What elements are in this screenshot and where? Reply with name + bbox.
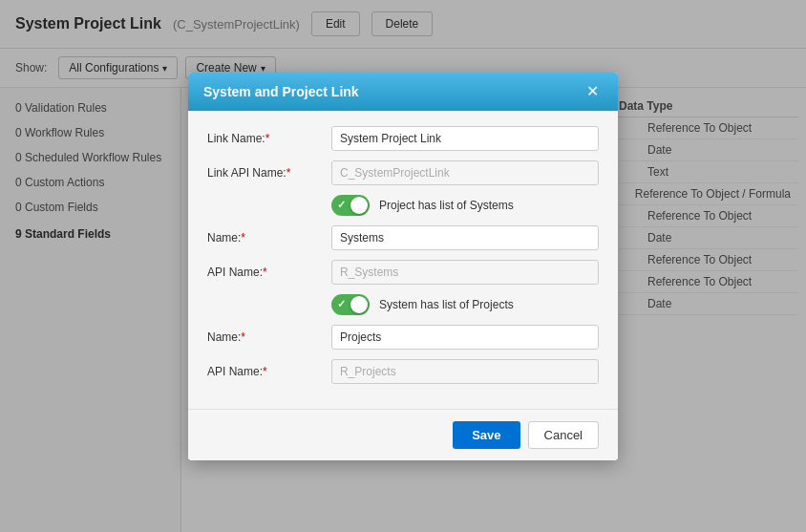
link-api-input[interactable] xyxy=(331,160,599,185)
name1-label: Name:* xyxy=(207,231,331,245)
toggle1[interactable]: ✓ xyxy=(331,195,370,216)
api-name2-input[interactable] xyxy=(331,359,599,384)
modal-title: System and Project Link xyxy=(203,84,359,99)
toggle2-row: ✓ System has list of Projects xyxy=(207,294,599,315)
modal-dialog: System and Project Link ✕ Link Name:* Li… xyxy=(188,73,618,460)
modal-body: Link Name:* Link API Name:* xyxy=(188,111,618,409)
name2-row: Name:* xyxy=(207,325,599,350)
save-button[interactable]: Save xyxy=(453,421,520,449)
link-name-label: Link Name:* xyxy=(207,132,331,145)
toggle2[interactable]: ✓ xyxy=(331,294,370,315)
api-name2-label: API Name:* xyxy=(207,365,331,378)
modal-footer: Save Cancel xyxy=(188,409,618,460)
toggle1-row: ✓ Project has list of Systems xyxy=(207,195,599,216)
toggle2-label: System has list of Projects xyxy=(379,298,514,311)
api-name1-input[interactable] xyxy=(331,260,599,285)
toggle1-label: Project has list of Systems xyxy=(379,199,514,212)
name2-input[interactable] xyxy=(331,325,599,350)
api-name2-row: API Name:* xyxy=(207,359,599,384)
link-api-row: Link API Name:* xyxy=(207,160,599,185)
link-name-row: Link Name:* xyxy=(207,126,599,151)
link-api-label: Link API Name:* xyxy=(207,166,331,180)
page-background: System Project Link (C_SystemProjectLink… xyxy=(0,0,806,532)
name2-label: Name:* xyxy=(207,330,331,344)
api-name1-label: API Name:* xyxy=(207,266,331,279)
name1-row: Name:* xyxy=(207,225,599,250)
cancel-button[interactable]: Cancel xyxy=(528,421,599,449)
name1-input[interactable] xyxy=(331,225,599,250)
modal-close-button[interactable]: ✕ xyxy=(583,82,603,101)
api-name1-row: API Name:* xyxy=(207,260,599,285)
modal-header: System and Project Link ✕ xyxy=(188,73,618,111)
modal-overlay: System and Project Link ✕ Link Name:* Li… xyxy=(0,0,806,532)
link-name-input[interactable] xyxy=(331,126,599,151)
